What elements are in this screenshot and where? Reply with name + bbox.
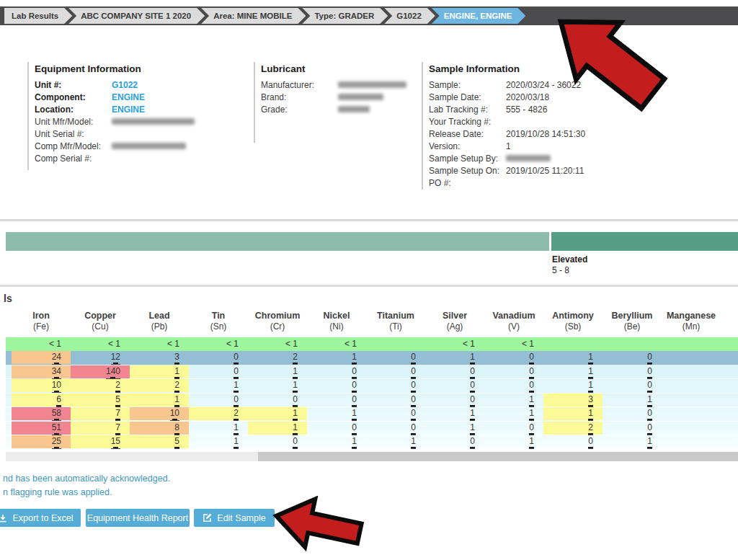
value-cell[interactable]: 0: [484, 422, 543, 435]
value-cell[interactable]: 0: [603, 365, 662, 378]
value-cell[interactable]: 0: [189, 394, 248, 406]
value-cell[interactable]: 2: [189, 407, 248, 420]
breadcrumb-item-5[interactable]: G1022: [384, 8, 435, 24]
value-cell[interactable]: 1: [248, 365, 307, 378]
value-cell[interactable]: 1: [130, 365, 189, 378]
table-row-selected: 2412302101010: [6, 351, 738, 365]
value-cell[interactable]: 1: [425, 422, 484, 435]
value-cell[interactable]: 0: [425, 435, 484, 448]
value-cell[interactable]: 5: [130, 435, 189, 448]
button-label: Export to Excel: [12, 513, 73, 523]
value-cell[interactable]: 15: [71, 435, 130, 448]
info-value-link[interactable]: G1022: [112, 79, 138, 92]
value-cell[interactable]: 1: [543, 351, 603, 364]
limit-cell: < 1: [484, 339, 543, 349]
value-cell[interactable]: 5: [71, 394, 130, 406]
value-cell[interactable]: 2: [248, 351, 307, 364]
info-row: Comp Mfr/Model:: [35, 141, 248, 153]
info-value-link[interactable]: ENGINE: [112, 92, 145, 104]
value-cell[interactable]: 1: [425, 351, 484, 364]
value-cell[interactable]: 0: [248, 435, 307, 448]
breadcrumb-item-1[interactable]: Lab Results: [4, 8, 72, 24]
value-cell[interactable]: 1: [248, 407, 307, 420]
breadcrumb-item-3[interactable]: Area: MINE MOBILE: [201, 8, 306, 24]
value-cell[interactable]: 1: [307, 435, 366, 448]
equipment-information-panel: Equipment Information Unit #:G1022Compon…: [27, 62, 248, 170]
value-cell[interactable]: 0: [366, 365, 425, 378]
value-cell[interactable]: 1: [248, 379, 307, 392]
value-cell[interactable]: 0: [366, 351, 425, 364]
value-cell[interactable]: 0: [307, 422, 366, 435]
breadcrumb-item-6-active[interactable]: ENGINE, ENGINE: [432, 8, 526, 24]
edit-sample-button[interactable]: Edit Sample: [194, 509, 275, 527]
value-cell[interactable]: 58: [12, 407, 71, 420]
value-cell[interactable]: 51: [12, 422, 71, 435]
breadcrumb-item-2[interactable]: ABC COMPANY SITE 1 2020: [68, 8, 205, 24]
value-cell[interactable]: 1: [425, 407, 484, 420]
value-cell[interactable]: 0: [307, 365, 366, 378]
value-cell[interactable]: 10: [130, 407, 189, 420]
value-cell[interactable]: 0: [307, 379, 366, 392]
value-cell[interactable]: 0: [603, 351, 662, 364]
value-cell[interactable]: 1: [543, 379, 603, 392]
value-cell[interactable]: 1: [189, 435, 248, 448]
value-cell[interactable]: 1: [307, 407, 366, 420]
scrollbar-thumb[interactable]: [258, 452, 738, 461]
value-cell[interactable]: 25: [12, 435, 71, 448]
value-cell[interactable]: 8: [130, 422, 189, 435]
value-cell[interactable]: 0: [366, 379, 425, 392]
value-cell[interactable]: 3: [543, 394, 603, 406]
value-cell[interactable]: 0: [189, 365, 248, 378]
info-value-link[interactable]: ENGINE: [112, 104, 145, 116]
severity-label-name: Elevated: [552, 254, 587, 265]
equipment-health-report-button[interactable]: Equipment Health Report: [86, 509, 190, 527]
value-cell[interactable]: 1: [543, 365, 603, 378]
value-cell[interactable]: 140: [71, 365, 130, 378]
value-cell[interactable]: 1: [189, 422, 248, 435]
value-cell[interactable]: 0: [366, 407, 425, 420]
value-cell[interactable]: 34: [12, 365, 71, 378]
value-cell[interactable]: 0: [603, 422, 662, 435]
value-cell[interactable]: 0: [603, 407, 662, 420]
value-cell[interactable]: 10: [12, 379, 71, 392]
value-cell[interactable]: 0: [189, 351, 248, 364]
breadcrumb-item-4[interactable]: Type: GRADER: [302, 8, 388, 24]
value-cell[interactable]: 1: [543, 407, 603, 420]
value-cell[interactable]: 12: [71, 351, 130, 364]
value-cell[interactable]: 0: [366, 394, 425, 406]
value-cell[interactable]: 0: [425, 365, 484, 378]
value-cell[interactable]: 1: [248, 422, 307, 435]
value-cell[interactable]: 2: [543, 422, 603, 435]
value-cell[interactable]: 0: [366, 422, 425, 435]
value-cell[interactable]: 1: [366, 435, 425, 448]
info-label: Comp Mfr/Model:: [35, 141, 112, 153]
value-cell[interactable]: 6: [12, 394, 71, 406]
value-cell[interactable]: 0: [603, 379, 662, 392]
value-cell[interactable]: 0: [484, 365, 543, 378]
value-cell[interactable]: 1: [484, 407, 543, 420]
value-cell[interactable]: 0: [484, 379, 543, 392]
value-cell[interactable]: 1: [307, 351, 366, 364]
value-cell[interactable]: 0: [307, 394, 366, 406]
value-cell[interactable]: 1: [484, 394, 543, 406]
value-cell[interactable]: 0: [425, 379, 484, 392]
value-cell[interactable]: 1: [603, 435, 662, 448]
table-row: 517811001020: [6, 422, 738, 436]
value-cell[interactable]: 7: [71, 407, 130, 420]
value-cell[interactable]: 0: [484, 351, 543, 364]
value-cell[interactable]: 0: [543, 435, 603, 448]
export-to-excel-button[interactable]: Export to Excel: [0, 509, 81, 527]
value-cell[interactable]: 2: [130, 379, 189, 392]
value-cell[interactable]: 1: [189, 379, 248, 392]
value-cell[interactable]: 1: [130, 394, 189, 406]
info-row: Unit #:G1022: [35, 79, 248, 92]
value-cell[interactable]: 1: [603, 394, 662, 406]
value-cell[interactable]: 24: [12, 351, 71, 364]
value-cell[interactable]: 0: [248, 394, 307, 406]
table-row: 65100000131: [6, 394, 738, 408]
value-cell[interactable]: 3: [130, 351, 189, 364]
value-cell[interactable]: 1: [484, 435, 543, 448]
value-cell[interactable]: 7: [71, 422, 130, 435]
value-cell[interactable]: 2: [71, 379, 130, 392]
value-cell[interactable]: 0: [425, 394, 484, 406]
